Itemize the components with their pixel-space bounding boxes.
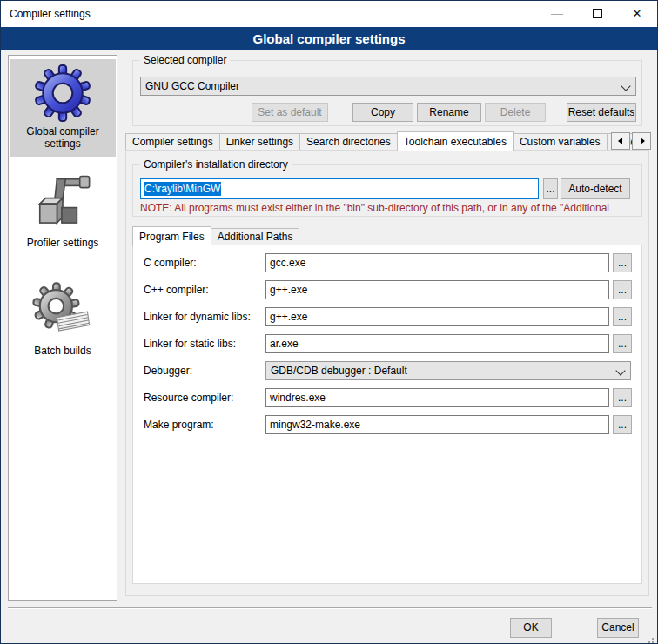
browse-directory-button[interactable]: ... [543,178,558,199]
tab-linker-settings[interactable]: Linker settings [219,133,300,151]
tab-scroll-right-button[interactable] [632,132,651,150]
field-label-debugger: Debugger: [144,361,192,380]
selected-compiler-group-label: Selected compiler [140,54,230,66]
reset-defaults-button[interactable]: Reset defaults [567,103,636,122]
minimize-button: — [537,1,577,26]
make-program-input[interactable]: mingw32-make.exe [265,415,609,434]
settings-tab-bar: Compiler settings Linker settings Search… [125,131,649,151]
field-label-c-compiler: C compiler: [144,253,197,272]
field-label-cpp-compiler: C++ compiler: [144,280,209,299]
tab-custom-variables[interactable]: Custom variables [513,133,608,151]
browse-static-linker-button[interactable]: ... [613,334,632,353]
footer-divider [8,607,652,609]
arrow-right-icon [641,138,645,144]
tab-scroll-left-button[interactable] [611,132,630,150]
installation-note: NOTE: All programs must exist either in … [140,202,636,214]
sidebar-item-label: Profiler settings [10,235,116,256]
sidebar-item-label: Batch builds [10,343,116,364]
field-label-make-program: Make program: [144,415,214,434]
auto-detect-button[interactable]: Auto-detect [561,178,630,199]
arrow-left-icon [618,138,622,144]
chevron-down-icon [615,366,625,375]
program-files-page: C compiler: gcc.exe ... C++ compiler: g+… [132,245,642,584]
ok-button[interactable]: OK [510,618,552,638]
resize-grip[interactable] [652,638,654,640]
tab-toolchain-executables[interactable]: Toolchain executables [397,131,514,151]
sidebar-item-profiler-settings[interactable]: Profiler settings [10,165,116,256]
close-button[interactable]: ✕ [617,1,657,26]
settings-category-list: Global compiler settings Profiler settin… [8,55,118,601]
title-bar: Compiler settings — ✕ [1,1,657,27]
sidebar-item-label: Global compiler settings [10,124,116,157]
compiler-select-value: GNU GCC Compiler [145,80,239,92]
installation-directory-group-label: Compiler's installation directory [140,158,292,171]
delete-button: Delete [485,103,546,122]
browse-make-program-button[interactable]: ... [613,415,632,434]
programs-tab-bar: Program Files Additional Paths [132,225,480,245]
copy-button[interactable]: Copy [352,103,413,122]
sidebar-item-global-compiler-settings[interactable]: Global compiler settings [10,59,116,157]
field-label-static-linker: Linker for static libs: [144,334,236,353]
maximize-icon [593,9,602,18]
sidebar-item-batch-builds[interactable]: Batch builds [10,273,116,364]
window-title: Compiler settings [10,8,91,20]
blue-gear-icon [34,64,91,122]
tab-program-files[interactable]: Program Files [132,226,212,246]
installation-dir-input[interactable]: C:\raylib\MinGW [140,178,539,199]
c-compiler-input[interactable]: gcc.exe [265,253,609,272]
cancel-button[interactable]: Cancel [597,618,639,638]
browse-dynamic-linker-button[interactable]: ... [613,307,632,326]
tab-additional-paths[interactable]: Additional Paths [211,228,300,245]
gray-gear-papers-icon [32,278,93,341]
chevron-down-icon [621,81,630,91]
tab-compiler-settings[interactable]: Compiler settings [125,133,220,151]
page-title: Global compiler settings [1,27,657,50]
resource-compiler-input[interactable]: windres.exe [265,388,609,407]
browse-c-compiler-button[interactable]: ... [613,253,632,272]
cpp-compiler-input[interactable]: g++.exe [265,280,609,299]
maximize-button[interactable] [577,1,617,26]
installation-dir-selected-text: C:\raylib\MinGW [144,182,221,196]
debugger-select[interactable]: GDB/CDB debugger : Default [265,361,631,380]
field-label-dynamic-linker: Linker for dynamic libs: [144,307,251,326]
set-as-default-button: Set as default [252,103,328,122]
rename-button[interactable]: Rename [417,103,481,122]
caliper-icon [32,171,93,233]
compiler-select[interactable]: GNU GCC Compiler [140,77,636,96]
tab-search-directories[interactable]: Search directories [299,133,398,151]
debugger-select-value: GDB/CDB debugger : Default [271,365,407,377]
installation-directory-group: Compiler's installation directory C:\ray… [132,164,642,217]
browse-cpp-compiler-button[interactable]: ... [613,280,632,299]
dynamic-linker-input[interactable]: g++.exe [265,307,609,326]
field-label-resource-compiler: Resource compiler: [144,388,233,407]
selected-compiler-group: Selected compiler GNU GCC Compiler Set a… [132,60,642,126]
compiler-settings-dialog: Compiler settings — ✕ Global compiler se… [0,0,658,644]
static-linker-input[interactable]: ar.exe [265,334,609,353]
browse-resource-compiler-button[interactable]: ... [613,388,632,407]
